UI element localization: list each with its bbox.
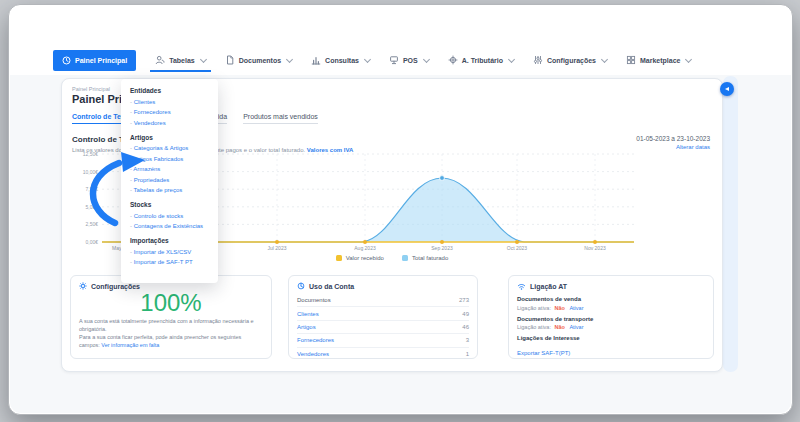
usage-link[interactable]: Artigos bbox=[297, 324, 316, 330]
usage-row-fornecedores: Fornecedores 3 bbox=[297, 334, 469, 347]
nav-item-tabelas[interactable]: Tabelas bbox=[155, 50, 206, 71]
configuracoes-card: Configurações 100% A sua conta está tota… bbox=[70, 275, 272, 359]
status-label: Ligação ativa: bbox=[517, 305, 551, 311]
card-title: Ligação AT bbox=[530, 283, 567, 290]
usage-link[interactable]: Clientes bbox=[297, 311, 319, 317]
card-title: Uso da Conta bbox=[309, 283, 354, 290]
menu-item-armazens[interactable]: Armazéns bbox=[130, 166, 209, 172]
legend-label: Valor recebido bbox=[346, 255, 384, 261]
ligacao-group-heading: Ligações de Interesse bbox=[517, 335, 705, 341]
legend-item-total-faturado: Total faturado bbox=[402, 255, 448, 261]
nav-item-documentos[interactable]: Documentos bbox=[225, 50, 292, 71]
menu-item-categorias-artigos[interactable]: Categorias & Artigos bbox=[130, 145, 209, 151]
grid-icon bbox=[626, 55, 636, 65]
nav-label: Painel Principal bbox=[75, 57, 127, 64]
status-label: Ligação ativa: bbox=[517, 324, 551, 330]
nav-item-configuracoes[interactable]: Configurações bbox=[533, 50, 607, 71]
ativar-transporte-link[interactable]: Ativar bbox=[569, 324, 583, 330]
usage-value: 1 bbox=[466, 351, 469, 357]
dropdown-heading: Artigos bbox=[130, 134, 209, 141]
tab-produtos-mais-vendidos[interactable]: Produtos mais vendidos bbox=[243, 113, 318, 124]
usage-value: 46 bbox=[462, 324, 469, 330]
x-tick-label: Nov 2023 bbox=[571, 245, 619, 251]
usage-value: 3 bbox=[466, 337, 469, 343]
breadcrumb: Painel Principal bbox=[72, 86, 110, 92]
x-tick-label: Oct 2023 bbox=[493, 245, 541, 251]
ligacao-group-heading: Documentos de transporte bbox=[517, 316, 705, 322]
tabelas-dropdown-menu: Entidades Clientes Fornecedores Vendedor… bbox=[121, 79, 218, 283]
uso-da-conta-card: Uso da Conta Documentos 273 Clientes 49 … bbox=[288, 275, 478, 359]
x-tick-label: Jul 2023 bbox=[253, 245, 301, 251]
legend-swatch-blue bbox=[402, 255, 408, 261]
document-icon bbox=[225, 55, 235, 65]
usage-link[interactable]: Vendedores bbox=[297, 351, 329, 357]
nav-item-pos[interactable]: POS bbox=[389, 50, 429, 71]
chevron-down-icon bbox=[423, 55, 430, 62]
account-completion-percent: 100% bbox=[79, 291, 263, 315]
menu-item-clientes[interactable]: Clientes bbox=[130, 99, 209, 105]
side-panel-toggle-button[interactable] bbox=[720, 82, 734, 96]
usage-rows: Documentos 273 Clientes 49 Artigos 46 Fo… bbox=[297, 294, 469, 360]
dropdown-section-artigos: Artigos Categorias & Artigos Artigos Fab… bbox=[130, 134, 209, 194]
pos-terminal-icon bbox=[389, 55, 399, 65]
dropdown-section-importacoes: Importações Importar de XLS/CSV Importar… bbox=[130, 237, 209, 265]
dropdown-section-entidades: Entidades Clientes Fornecedores Vendedor… bbox=[130, 87, 209, 126]
nav-label: Documentos bbox=[239, 57, 281, 64]
menu-item-propriedades[interactable]: Propriedades bbox=[130, 177, 209, 183]
y-tick-label: 7,50€ bbox=[70, 186, 98, 192]
menu-item-contagens-de-existencias[interactable]: Contagens de Existências bbox=[130, 223, 209, 229]
legend-swatch-yellow bbox=[336, 255, 342, 261]
nav-label: A. Tributário bbox=[462, 57, 503, 64]
usage-label: Documentos bbox=[297, 297, 331, 303]
config-text-1: A sua conta está totalmente preenchida c… bbox=[79, 318, 254, 332]
ativar-venda-link[interactable]: Ativar bbox=[569, 305, 583, 311]
x-tick-label: Sep 2023 bbox=[418, 245, 466, 251]
nav-label: Consultas bbox=[325, 57, 359, 64]
nav-item-consultas[interactable]: Consultas bbox=[311, 50, 370, 71]
nav-label: Configurações bbox=[547, 57, 596, 64]
tax-authority-icon bbox=[448, 55, 458, 65]
menu-item-fornecedores[interactable]: Fornecedores bbox=[130, 109, 209, 115]
ver-informacao-em-falta-link[interactable]: Ver informação em falta bbox=[101, 342, 159, 348]
users-icon bbox=[155, 55, 165, 65]
wifi-icon bbox=[517, 282, 526, 291]
chevron-down-icon bbox=[286, 55, 293, 62]
y-tick-label: 12,50€ bbox=[70, 151, 98, 157]
nav-label: POS bbox=[403, 57, 418, 64]
exportar-saft-link[interactable]: Exportar SAF-T(PT) bbox=[517, 350, 570, 356]
screenshot-stage: Painel Principal Tabelas Documentos Cons… bbox=[0, 0, 800, 422]
menu-item-vendedores[interactable]: Vendedores bbox=[130, 120, 209, 126]
clock-icon bbox=[62, 56, 71, 65]
nav-item-marketplace[interactable]: Marketplace bbox=[626, 50, 691, 71]
usage-row-vendedores: Vendedores 1 bbox=[297, 348, 469, 360]
dropdown-section-stocks: Stocks Controlo de stocks Contagens de E… bbox=[130, 201, 209, 229]
legend-item-valor-recebido: Valor recebido bbox=[336, 255, 384, 261]
usage-value: 49 bbox=[462, 311, 469, 317]
y-tick-label: 5,00€ bbox=[70, 204, 98, 210]
nav-label: Marketplace bbox=[640, 57, 680, 64]
x-tick-label: Aug 2023 bbox=[341, 245, 389, 251]
menu-item-importar-xls-csv[interactable]: Importar de XLS/CSV bbox=[130, 249, 209, 255]
side-panel-track[interactable] bbox=[723, 76, 738, 372]
chevron-down-icon bbox=[601, 55, 608, 62]
ligacao-at-card: Ligação AT Documentos de venda Ligação a… bbox=[508, 275, 714, 359]
ligacao-status-line: Ligação ativa: Não Ativar bbox=[517, 305, 705, 311]
usage-link[interactable]: Fornecedores bbox=[297, 337, 334, 343]
chevron-down-icon bbox=[200, 55, 207, 62]
ligacao-group-heading: Documentos de venda bbox=[517, 296, 705, 302]
date-range-value: 01-05-2023 a 23-10-2023 bbox=[636, 135, 710, 142]
y-tick-label: 2,50€ bbox=[70, 221, 98, 227]
menu-item-tabelas-de-precos[interactable]: Tabelas de preços bbox=[130, 187, 209, 193]
gear-icon bbox=[79, 282, 87, 290]
menu-item-artigos-fabricados[interactable]: Artigos Fabricados bbox=[130, 156, 209, 162]
nav-item-painel-principal[interactable]: Painel Principal bbox=[53, 50, 136, 71]
usage-row-artigos: Artigos 46 bbox=[297, 321, 469, 334]
dropdown-heading: Stocks bbox=[130, 201, 209, 208]
menu-item-importar-saft-pt[interactable]: Importar de SAF-T PT bbox=[130, 259, 209, 265]
usage-row-documentos: Documentos 273 bbox=[297, 294, 469, 307]
menu-item-controlo-de-stocks[interactable]: Controlo de stocks bbox=[130, 213, 209, 219]
app-window: Painel Principal Tabelas Documentos Cons… bbox=[8, 4, 793, 415]
nav-item-a-tributario[interactable]: A. Tributário bbox=[448, 50, 514, 71]
date-range-box: 01-05-2023 a 23-10-2023 Alterar datas bbox=[636, 135, 710, 150]
chevron-down-icon bbox=[508, 55, 515, 62]
